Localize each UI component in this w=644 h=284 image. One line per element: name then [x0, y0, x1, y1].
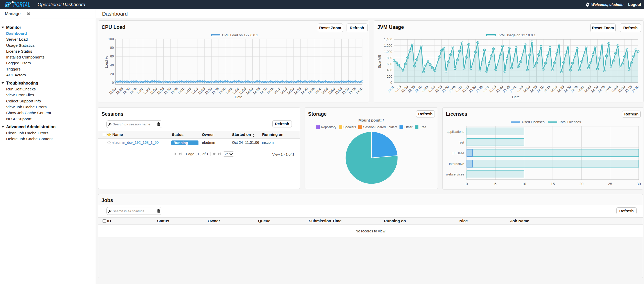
svg-text:600: 600 [387, 62, 392, 66]
svg-text:10: 10 [522, 182, 526, 186]
svg-text:1,200: 1,200 [384, 43, 392, 47]
svg-text:14:25: 14:25 [280, 87, 288, 95]
svg-text:15:10: 15:10 [617, 85, 626, 93]
svg-text:14:00: 14:00 [523, 85, 531, 93]
svg-text:13:25: 13:25 [475, 85, 484, 93]
svg-text:0: 0 [112, 81, 114, 85]
svg-text:13:00: 13:00 [441, 85, 450, 93]
svg-text:14:40: 14:40 [577, 85, 585, 93]
svg-text:12:40: 12:40 [136, 87, 145, 95]
svg-text:13:15: 13:15 [461, 85, 470, 93]
svg-text:12:20: 12:20 [108, 87, 117, 95]
svg-text:0: 0 [390, 80, 392, 84]
svg-text:14:10: 14:10 [259, 87, 268, 95]
svg-text:interactive: interactive [449, 162, 464, 165]
svg-text:15:15: 15:15 [624, 85, 633, 93]
svg-text:12:50: 12:50 [427, 85, 436, 93]
svg-text:13:35: 13:35 [488, 85, 497, 93]
svg-text:14:30: 14:30 [286, 87, 295, 95]
svg-text:400: 400 [387, 68, 392, 72]
svg-text:EF Base: EF Base [451, 151, 464, 155]
svg-text:1,000: 1,000 [384, 50, 392, 53]
svg-text:15:05: 15:05 [334, 87, 343, 95]
svg-text:13:45: 13:45 [502, 85, 511, 93]
svg-text:13:55: 13:55 [516, 85, 524, 93]
svg-text:15:20: 15:20 [631, 85, 640, 93]
svg-text:14:25: 14:25 [556, 85, 565, 93]
svg-text:40: 40 [110, 63, 114, 67]
svg-text:14:15: 14:15 [266, 87, 274, 95]
svg-text:14:35: 14:35 [293, 87, 302, 95]
svg-text:100: 100 [108, 37, 114, 41]
svg-text:15:00: 15:00 [327, 87, 336, 95]
svg-text:15:15: 15:15 [348, 87, 357, 95]
svg-text:13:50: 13:50 [509, 85, 518, 93]
svg-text:13:30: 13:30 [204, 87, 213, 95]
svg-text:12:50: 12:50 [149, 87, 158, 95]
svg-text:13:55: 13:55 [238, 87, 247, 95]
svg-text:13:05: 13:05 [170, 87, 179, 95]
svg-text:20: 20 [579, 182, 583, 186]
svg-text:12:35: 12:35 [407, 85, 416, 93]
svg-text:webservices: webservices [446, 172, 464, 176]
svg-text:12:55: 12:55 [434, 85, 443, 93]
svg-text:13:30: 13:30 [482, 85, 490, 93]
svg-text:13:05: 13:05 [448, 85, 457, 93]
svg-text:13:20: 13:20 [468, 85, 477, 93]
svg-text:14:50: 14:50 [590, 85, 599, 93]
svg-text:13:10: 13:10 [454, 85, 463, 93]
svg-text:12:45: 12:45 [142, 87, 151, 95]
svg-text:rest: rest [459, 140, 464, 144]
svg-text:applications: applications [447, 130, 464, 134]
svg-text:14:20: 14:20 [550, 85, 558, 93]
svg-text:5: 5 [494, 182, 496, 186]
svg-text:13:25: 13:25 [197, 87, 206, 95]
svg-text:800: 800 [387, 56, 392, 60]
svg-text:13:50: 13:50 [231, 87, 240, 95]
svg-text:13:15: 13:15 [184, 87, 192, 95]
svg-text:12:30: 12:30 [122, 87, 131, 95]
svg-text:14:00: 14:00 [245, 87, 254, 95]
svg-text:30: 30 [637, 182, 641, 186]
svg-text:13:45: 13:45 [225, 87, 234, 95]
svg-text:14:50: 14:50 [314, 87, 323, 95]
svg-text:13:10: 13:10 [177, 87, 185, 95]
svg-text:15: 15 [551, 182, 555, 186]
svg-text:13:00: 13:00 [163, 87, 172, 95]
svg-text:12:25: 12:25 [115, 87, 124, 95]
svg-text:13:40: 13:40 [495, 85, 504, 93]
svg-text:15:05: 15:05 [610, 85, 619, 93]
svg-text:80: 80 [110, 46, 114, 50]
svg-text:14:20: 14:20 [273, 87, 281, 95]
svg-text:15:20: 15:20 [355, 87, 363, 95]
svg-text:14:05: 14:05 [252, 87, 261, 95]
svg-text:12:25: 12:25 [394, 85, 402, 93]
svg-text:14:40: 14:40 [300, 87, 309, 95]
svg-text:13:20: 13:20 [191, 87, 199, 95]
svg-text:20: 20 [110, 72, 114, 76]
svg-text:13:35: 13:35 [211, 87, 220, 95]
svg-text:1,400: 1,400 [384, 37, 392, 41]
svg-text:14:55: 14:55 [597, 85, 606, 93]
svg-text:12:20: 12:20 [387, 85, 395, 93]
svg-text:0: 0 [466, 182, 468, 186]
svg-text:15:10: 15:10 [341, 87, 350, 95]
svg-text:14:05: 14:05 [529, 85, 538, 93]
svg-text:60: 60 [110, 54, 114, 58]
svg-text:12:35: 12:35 [129, 87, 138, 95]
svg-text:14:55: 14:55 [320, 87, 329, 95]
svg-text:14:30: 14:30 [563, 85, 572, 93]
svg-text:15:00: 15:00 [604, 85, 613, 93]
svg-text:14:15: 14:15 [543, 85, 551, 93]
svg-text:12:45: 12:45 [421, 85, 429, 93]
svg-text:14:45: 14:45 [307, 87, 316, 95]
svg-text:14:35: 14:35 [570, 85, 579, 93]
svg-text:12:55: 12:55 [156, 87, 165, 95]
svg-text:12:30: 12:30 [400, 85, 409, 93]
svg-text:14:10: 14:10 [536, 85, 545, 93]
svg-text:14:45: 14:45 [583, 85, 592, 93]
svg-text:25: 25 [608, 182, 612, 186]
svg-text:13:40: 13:40 [218, 87, 227, 95]
svg-text:200: 200 [387, 74, 392, 78]
svg-text:12:40: 12:40 [414, 85, 423, 93]
